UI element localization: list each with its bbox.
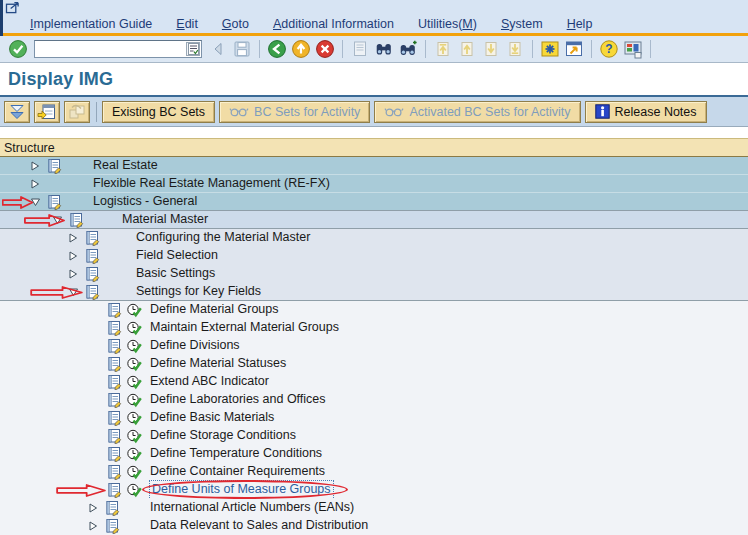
documentation-icon[interactable] xyxy=(107,464,122,480)
documentation-icon[interactable] xyxy=(47,158,62,174)
expand-node-icon[interactable] xyxy=(68,251,78,262)
execute-activity-icon[interactable] xyxy=(126,374,142,390)
expand-node-icon[interactable] xyxy=(30,179,40,190)
help-icon[interactable]: ? xyxy=(597,37,621,61)
tree-node-label[interactable]: Material Master xyxy=(122,211,208,229)
expand-subtree-icon[interactable] xyxy=(4,101,30,123)
documentation-icon[interactable] xyxy=(107,392,122,408)
execute-activity-icon[interactable] xyxy=(126,464,142,480)
tree-row-logistics-general[interactable]: Logistics - General xyxy=(0,193,748,211)
tree-node-label[interactable]: Define Basic Materials xyxy=(150,409,274,427)
execute-activity-icon[interactable] xyxy=(126,428,142,444)
tree-node-label[interactable]: Data Relevant to Sales and Distribution xyxy=(150,517,368,535)
documentation-icon[interactable] xyxy=(85,230,100,246)
tree-node-label[interactable]: Define Units of Measure Groups xyxy=(150,481,333,499)
tree-node-label[interactable]: Extend ABC Indicator xyxy=(150,373,269,391)
tree-row-extend-abc-indicator[interactable]: Extend ABC Indicator xyxy=(0,373,748,391)
execute-activity-icon[interactable] xyxy=(126,446,142,462)
execute-activity-icon[interactable] xyxy=(126,338,142,354)
tree-node-label[interactable]: Settings for Key Fields xyxy=(136,283,261,301)
execute-activity-icon[interactable] xyxy=(126,410,142,426)
tree-node-label[interactable]: Define Container Requirements xyxy=(150,463,325,481)
tree-node-label[interactable]: Basic Settings xyxy=(136,265,215,283)
menu-additional-information[interactable]: Additional Information xyxy=(273,17,394,31)
existing-bc-sets-button[interactable]: Existing BC Sets xyxy=(102,101,215,123)
tree-node-label[interactable]: Configuring the Material Master xyxy=(136,229,310,247)
tree-row-define-container-requirements[interactable]: Define Container Requirements xyxy=(0,463,748,481)
tree-node-label[interactable]: Real Estate xyxy=(93,157,158,175)
exit-icon[interactable] xyxy=(289,37,313,61)
tree-row-material-master[interactable]: Material Master xyxy=(0,211,748,229)
tree-row-define-laboratories-and-offices[interactable]: Define Laboratories and Offices xyxy=(0,391,748,409)
tree-row-real-estate[interactable]: Real Estate xyxy=(0,157,748,175)
documentation-icon[interactable] xyxy=(85,248,100,264)
execute-activity-icon[interactable] xyxy=(126,482,142,498)
documentation-icon[interactable] xyxy=(105,518,120,534)
tree-row-define-temperature-conditions[interactable]: Define Temperature Conditions xyxy=(0,445,748,463)
expand-node-icon[interactable] xyxy=(30,161,40,172)
tree-row-configuring-the-material-master[interactable]: Configuring the Material Master xyxy=(0,229,748,247)
documentation-icon[interactable] xyxy=(107,356,122,372)
tree-node-label[interactable]: Logistics - General xyxy=(93,193,197,211)
documentation-icon[interactable] xyxy=(107,374,122,390)
tree-row-define-material-groups[interactable]: Define Material Groups xyxy=(0,301,748,319)
find-next-icon[interactable] xyxy=(396,37,420,61)
collapse-node-icon[interactable] xyxy=(68,287,79,297)
tree-row-define-storage-conditions[interactable]: Define Storage Conditions xyxy=(0,427,748,445)
tree-row-define-material-statuses[interactable]: Define Material Statuses xyxy=(0,355,748,373)
documentation-icon[interactable] xyxy=(107,338,122,354)
menu-implementation-guide[interactable]: Implementation Guide xyxy=(30,17,152,31)
customize-layout-icon[interactable] xyxy=(621,37,645,61)
position-icon[interactable] xyxy=(34,101,60,123)
new-session-icon[interactable] xyxy=(538,37,562,61)
tree-row-data-relevant-to-sales-and-distribution[interactable]: Data Relevant to Sales and Distribution xyxy=(0,517,748,535)
tree-node-label[interactable]: Define Storage Conditions xyxy=(150,427,296,445)
tree-node-label[interactable]: Define Material Groups xyxy=(150,301,279,319)
documentation-icon[interactable] xyxy=(107,482,122,498)
documentation-icon[interactable] xyxy=(85,284,100,300)
documentation-icon[interactable] xyxy=(107,302,122,318)
expand-node-icon[interactable] xyxy=(88,503,98,514)
execute-activity-icon[interactable] xyxy=(126,356,142,372)
tree-row-define-divisions[interactable]: Define Divisions xyxy=(0,337,748,355)
menu-system[interactable]: System xyxy=(501,17,543,31)
tree-node-label[interactable]: Define Material Statuses xyxy=(150,355,286,373)
menu-utilities-m[interactable]: Utilities(M) xyxy=(418,17,477,31)
execute-activity-icon[interactable] xyxy=(126,302,142,318)
menu-goto[interactable]: Goto xyxy=(222,17,249,31)
menu-edit[interactable]: Edit xyxy=(176,17,198,31)
execute-activity-icon[interactable] xyxy=(126,320,142,336)
tree-node-label[interactable]: International Article Numbers (EANs) xyxy=(150,499,354,517)
back-icon[interactable] xyxy=(265,37,289,61)
expand-node-icon[interactable] xyxy=(68,269,78,280)
tree-row-international-article-numbers-eans[interactable]: International Article Numbers (EANs) xyxy=(0,499,748,517)
tree-node-label[interactable]: Define Divisions xyxy=(150,337,240,355)
command-field[interactable] xyxy=(34,40,202,58)
documentation-icon[interactable] xyxy=(85,266,100,282)
release-notes-button[interactable]: Release Notes xyxy=(585,101,707,123)
command-history-icon[interactable] xyxy=(186,42,200,56)
cancel-icon[interactable] xyxy=(313,37,337,61)
expand-node-icon[interactable] xyxy=(88,521,98,532)
tree-node-label[interactable]: Field Selection xyxy=(136,247,218,265)
tree-row-flexible-real-estate-management-re-fx[interactable]: Flexible Real Estate Management (RE-FX) xyxy=(0,175,748,193)
tree-node-label[interactable]: Define Temperature Conditions xyxy=(150,445,322,463)
enter-checkmark-icon[interactable] xyxy=(6,37,30,61)
menu-help[interactable]: Help xyxy=(567,17,593,31)
documentation-icon[interactable] xyxy=(105,500,120,516)
tree-row-maintain-external-material-groups[interactable]: Maintain External Material Groups xyxy=(0,319,748,337)
tree-row-basic-settings[interactable]: Basic Settings xyxy=(0,265,748,283)
window-menu-icon[interactable] xyxy=(5,1,21,17)
tree-row-field-selection[interactable]: Field Selection xyxy=(0,247,748,265)
tree-row-settings-for-key-fields[interactable]: Settings for Key Fields xyxy=(0,283,748,301)
expand-node-icon[interactable] xyxy=(68,233,78,244)
documentation-icon[interactable] xyxy=(107,410,122,426)
documentation-icon[interactable] xyxy=(107,320,122,336)
execute-activity-icon[interactable] xyxy=(126,392,142,408)
tree-row-define-basic-materials[interactable]: Define Basic Materials xyxy=(0,409,748,427)
collapse-node-icon[interactable] xyxy=(30,197,41,207)
find-icon[interactable] xyxy=(372,37,396,61)
documentation-icon[interactable] xyxy=(107,428,122,444)
tree-row-define-units-of-measure-groups[interactable]: Define Units of Measure Groups xyxy=(0,481,748,499)
tree-node-label[interactable]: Define Laboratories and Offices xyxy=(150,391,326,409)
